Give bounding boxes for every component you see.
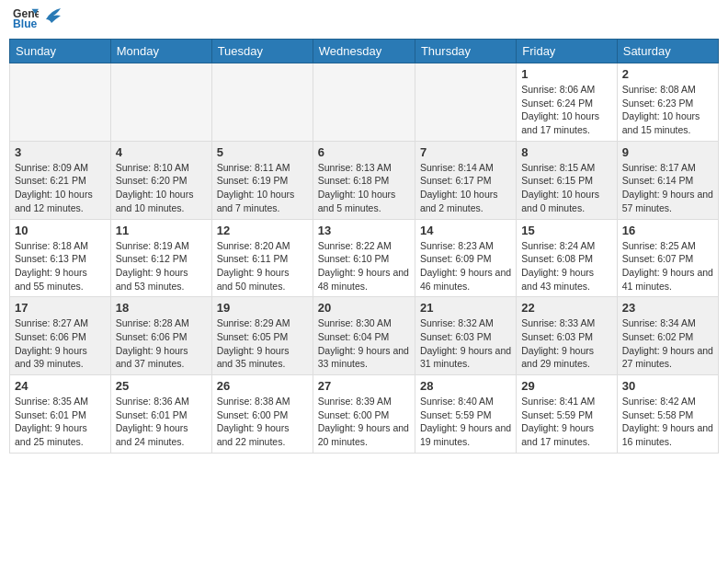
weekday-header-wednesday: Wednesday: [313, 40, 415, 63]
day-info: Sunrise: 8:22 AM Sunset: 6:10 PM Dayligh…: [318, 239, 410, 293]
day-number: 19: [217, 301, 308, 315]
weekday-header-friday: Friday: [517, 40, 617, 63]
day-info: Sunrise: 8:14 AM Sunset: 6:17 PM Dayligh…: [420, 161, 511, 215]
weekday-header-tuesday: Tuesday: [211, 40, 313, 63]
svg-text:Blue: Blue: [13, 17, 38, 30]
calendar-cell: [10, 63, 111, 142]
day-info: Sunrise: 8:20 AM Sunset: 6:11 PM Dayligh…: [217, 239, 308, 293]
day-number: 17: [15, 301, 106, 315]
weekday-header-monday: Monday: [110, 40, 211, 63]
day-number: 4: [116, 145, 207, 159]
day-number: 8: [521, 145, 611, 159]
day-info: Sunrise: 8:41 AM Sunset: 5:59 PM Dayligh…: [521, 395, 611, 449]
weekday-header-thursday: Thursday: [415, 40, 516, 63]
day-info: Sunrise: 8:11 AM Sunset: 6:19 PM Dayligh…: [217, 161, 308, 215]
day-number: 15: [521, 224, 611, 237]
calendar-cell: 11Sunrise: 8:19 AM Sunset: 6:12 PM Dayli…: [110, 219, 211, 297]
calendar-cell: 15Sunrise: 8:24 AM Sunset: 6:08 PM Dayli…: [517, 219, 617, 297]
day-info: Sunrise: 8:42 AM Sunset: 5:58 PM Dayligh…: [622, 395, 713, 449]
day-info: Sunrise: 8:36 AM Sunset: 6:01 PM Dayligh…: [116, 395, 207, 449]
calendar-cell: 13Sunrise: 8:22 AM Sunset: 6:10 PM Dayli…: [313, 219, 415, 297]
day-info: Sunrise: 8:25 AM Sunset: 6:07 PM Dayligh…: [622, 239, 713, 293]
calendar-cell: 1Sunrise: 8:06 AM Sunset: 6:24 PM Daylig…: [517, 63, 617, 142]
day-info: Sunrise: 8:28 AM Sunset: 6:06 PM Dayligh…: [116, 316, 207, 371]
calendar-cell: 2Sunrise: 8:08 AM Sunset: 6:23 PM Daylig…: [617, 63, 718, 142]
day-number: 26: [217, 379, 308, 393]
calendar-cell: 10Sunrise: 8:18 AM Sunset: 6:13 PM Dayli…: [10, 219, 111, 297]
day-info: Sunrise: 8:15 AM Sunset: 6:15 PM Dayligh…: [521, 161, 611, 215]
calendar-week-row: 3Sunrise: 8:09 AM Sunset: 6:21 PM Daylig…: [10, 141, 719, 219]
calendar-cell: [211, 63, 313, 142]
calendar-cell: 28Sunrise: 8:40 AM Sunset: 5:59 PM Dayli…: [415, 375, 516, 454]
calendar-cell: 7Sunrise: 8:14 AM Sunset: 6:17 PM Daylig…: [415, 141, 516, 219]
calendar-cell: 5Sunrise: 8:11 AM Sunset: 6:19 PM Daylig…: [211, 141, 313, 219]
day-number: 3: [15, 145, 106, 159]
calendar-cell: 16Sunrise: 8:25 AM Sunset: 6:07 PM Dayli…: [617, 219, 718, 297]
day-number: 27: [318, 379, 410, 393]
weekday-header-sunday: Sunday: [10, 40, 111, 63]
calendar-week-row: 10Sunrise: 8:18 AM Sunset: 6:13 PM Dayli…: [10, 219, 719, 297]
day-info: Sunrise: 8:09 AM Sunset: 6:21 PM Dayligh…: [15, 161, 106, 215]
calendar-cell: [415, 63, 516, 142]
calendar-week-row: 1Sunrise: 8:06 AM Sunset: 6:24 PM Daylig…: [10, 63, 719, 142]
calendar-cell: 18Sunrise: 8:28 AM Sunset: 6:06 PM Dayli…: [110, 297, 211, 375]
day-number: 9: [622, 145, 713, 159]
day-number: 1: [521, 67, 611, 81]
day-number: 6: [318, 145, 410, 159]
day-number: 16: [622, 224, 713, 237]
day-number: 29: [521, 379, 611, 393]
page-header: General Blue: [9, 9, 719, 31]
day-number: 24: [15, 379, 106, 393]
calendar-cell: 12Sunrise: 8:20 AM Sunset: 6:11 PM Dayli…: [211, 219, 313, 297]
day-number: 23: [622, 301, 713, 315]
day-info: Sunrise: 8:29 AM Sunset: 6:05 PM Dayligh…: [217, 316, 308, 371]
calendar-cell: 20Sunrise: 8:30 AM Sunset: 6:04 PM Dayli…: [313, 297, 415, 375]
calendar-cell: 6Sunrise: 8:13 AM Sunset: 6:18 PM Daylig…: [313, 141, 415, 219]
calendar-table: SundayMondayTuesdayWednesdayThursdayFrid…: [9, 39, 719, 454]
day-info: Sunrise: 8:33 AM Sunset: 6:03 PM Dayligh…: [521, 316, 611, 371]
day-info: Sunrise: 8:35 AM Sunset: 6:01 PM Dayligh…: [15, 395, 106, 449]
weekday-header-row: SundayMondayTuesdayWednesdayThursdayFrid…: [10, 40, 719, 63]
day-info: Sunrise: 8:24 AM Sunset: 6:08 PM Dayligh…: [521, 239, 611, 293]
calendar-week-row: 24Sunrise: 8:35 AM Sunset: 6:01 PM Dayli…: [10, 375, 719, 454]
day-number: 12: [217, 224, 308, 237]
day-number: 30: [622, 379, 713, 393]
day-number: 11: [116, 224, 207, 237]
day-number: 7: [420, 145, 511, 159]
calendar-cell: 22Sunrise: 8:33 AM Sunset: 6:03 PM Dayli…: [517, 297, 617, 375]
calendar-cell: 27Sunrise: 8:39 AM Sunset: 6:00 PM Dayli…: [313, 375, 415, 454]
day-info: Sunrise: 8:13 AM Sunset: 6:18 PM Dayligh…: [318, 161, 410, 215]
calendar-cell: 29Sunrise: 8:41 AM Sunset: 5:59 PM Dayli…: [517, 375, 617, 454]
logo-bird-icon: [44, 6, 63, 25]
day-number: 28: [420, 379, 511, 393]
day-number: 13: [318, 224, 410, 237]
calendar-cell: 14Sunrise: 8:23 AM Sunset: 6:09 PM Dayli…: [415, 219, 516, 297]
day-info: Sunrise: 8:08 AM Sunset: 6:23 PM Dayligh…: [622, 83, 713, 137]
day-number: 22: [521, 301, 611, 315]
day-number: 5: [217, 145, 308, 159]
day-info: Sunrise: 8:30 AM Sunset: 6:04 PM Dayligh…: [318, 316, 410, 371]
day-number: 10: [15, 224, 106, 237]
weekday-header-saturday: Saturday: [617, 40, 718, 63]
calendar-cell: 30Sunrise: 8:42 AM Sunset: 5:58 PM Dayli…: [617, 375, 718, 454]
calendar-cell: 25Sunrise: 8:36 AM Sunset: 6:01 PM Dayli…: [110, 375, 211, 454]
day-info: Sunrise: 8:32 AM Sunset: 6:03 PM Dayligh…: [420, 316, 511, 371]
calendar-cell: 9Sunrise: 8:17 AM Sunset: 6:14 PM Daylig…: [617, 141, 718, 219]
day-info: Sunrise: 8:27 AM Sunset: 6:06 PM Dayligh…: [15, 316, 106, 371]
day-number: 25: [116, 379, 207, 393]
day-info: Sunrise: 8:39 AM Sunset: 6:00 PM Dayligh…: [318, 395, 410, 449]
calendar-cell: 19Sunrise: 8:29 AM Sunset: 6:05 PM Dayli…: [211, 297, 313, 375]
day-number: 20: [318, 301, 410, 315]
calendar-cell: 24Sunrise: 8:35 AM Sunset: 6:01 PM Dayli…: [10, 375, 111, 454]
day-info: Sunrise: 8:40 AM Sunset: 5:59 PM Dayligh…: [420, 395, 511, 449]
day-info: Sunrise: 8:23 AM Sunset: 6:09 PM Dayligh…: [420, 239, 511, 293]
day-number: 18: [116, 301, 207, 315]
day-number: 14: [420, 224, 511, 237]
day-info: Sunrise: 8:19 AM Sunset: 6:12 PM Dayligh…: [116, 239, 207, 293]
calendar-cell: 26Sunrise: 8:38 AM Sunset: 6:00 PM Dayli…: [211, 375, 313, 454]
day-info: Sunrise: 8:06 AM Sunset: 6:24 PM Dayligh…: [521, 83, 611, 137]
calendar-cell: [110, 63, 211, 142]
calendar-cell: [313, 63, 415, 142]
calendar-cell: 8Sunrise: 8:15 AM Sunset: 6:15 PM Daylig…: [517, 141, 617, 219]
day-number: 2: [622, 67, 713, 81]
